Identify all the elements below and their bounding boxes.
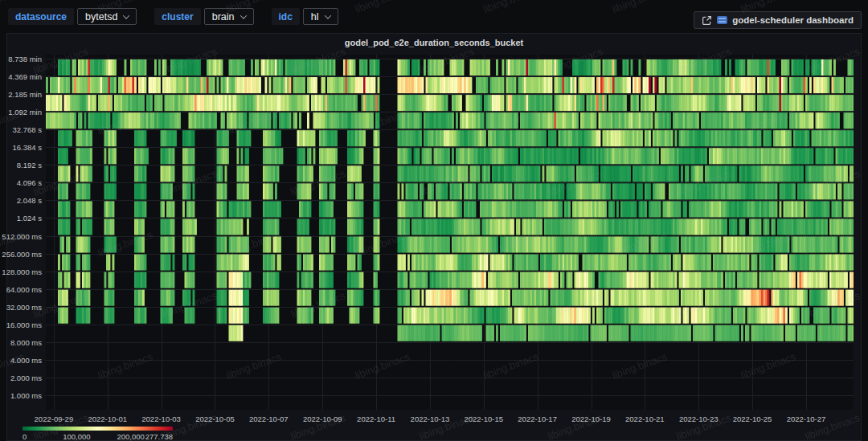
y-axis-label: 2.185 min bbox=[0, 90, 42, 99]
y-axis-label: 1.000 ms bbox=[0, 390, 42, 399]
y-axis-label: 32.000 ms bbox=[0, 302, 42, 311]
legend-tick-label: 0 bbox=[23, 432, 27, 441]
x-axis-label: 2022-10-05 bbox=[195, 414, 235, 423]
y-axis-label: 16.384 s bbox=[0, 143, 42, 152]
y-axis-label: 4.000 ms bbox=[0, 355, 42, 364]
variable-cluster-label: cluster bbox=[154, 8, 200, 25]
heatmap-canvas[interactable] bbox=[46, 55, 854, 410]
y-axis-label: 4.369 min bbox=[0, 72, 42, 81]
variables-toolbar: datasource bytetsd cluster brain idc hl bbox=[0, 0, 868, 33]
dashboard-link-label: godel-scheduler dashboard bbox=[732, 15, 854, 25]
y-axis-label: 512.000 ms bbox=[0, 231, 42, 240]
variable-datasource: datasource bytetsd bbox=[8, 8, 137, 25]
y-axis-label: 4.096 s bbox=[0, 178, 42, 187]
y-axis-label: 2.048 s bbox=[0, 196, 42, 205]
y-axis-label: 8.192 s bbox=[0, 161, 42, 169]
x-axis-label: 2022-10-21 bbox=[625, 414, 665, 423]
dashboard-link-button[interactable]: godel-scheduler dashboard bbox=[694, 11, 862, 29]
x-axis-label: 2022-10-27 bbox=[787, 414, 826, 423]
panel-title[interactable]: godel_pod_e2e_duration_seconds_bucket bbox=[7, 38, 861, 47]
variable-idc: idc hl bbox=[272, 8, 338, 25]
x-axis-label: 2022-10-01 bbox=[88, 414, 127, 423]
external-link-icon bbox=[702, 15, 712, 26]
y-axis-label: 32.768 s bbox=[0, 125, 42, 134]
variable-cluster: cluster brain bbox=[154, 8, 253, 25]
chevron-down-icon bbox=[240, 12, 246, 18]
variable-cluster-value: brain bbox=[212, 11, 235, 22]
chevron-down-icon bbox=[324, 12, 330, 18]
variable-datasource-value: bytetsd bbox=[85, 11, 117, 22]
legend-gradient-bar bbox=[23, 427, 173, 431]
variable-idc-select[interactable]: hl bbox=[303, 8, 338, 25]
legend-tick-label: 200,000 bbox=[117, 432, 144, 441]
x-axis-label: 2022-10-23 bbox=[679, 414, 719, 423]
x-axis-label: 2022-10-09 bbox=[303, 414, 342, 423]
variable-cluster-select[interactable]: brain bbox=[204, 8, 254, 25]
grafana-dashboard: datasource bytetsd cluster brain idc hl bbox=[0, 0, 868, 441]
legend-tick-label: 277.738 bbox=[145, 432, 173, 441]
variable-datasource-select[interactable]: bytetsd bbox=[77, 8, 137, 25]
y-axis-label: 256.000 ms bbox=[0, 249, 42, 258]
x-axis-label: 2022-10-19 bbox=[571, 414, 611, 423]
x-axis-label: 2022-10-07 bbox=[249, 414, 289, 423]
y-axis-label: 128.000 ms bbox=[0, 267, 42, 276]
y-axis-label: 1.092 min bbox=[0, 108, 42, 116]
y-axis-label: 1.024 s bbox=[0, 214, 42, 223]
dashboard-icon bbox=[717, 16, 727, 24]
variable-idc-value: hl bbox=[311, 11, 319, 22]
y-axis-label: 8.738 min bbox=[0, 55, 42, 63]
x-axis-label: 2022-10-25 bbox=[733, 414, 772, 423]
legend-tick-label: 100,000 bbox=[63, 432, 90, 441]
y-axis-label: 8.000 ms bbox=[0, 337, 42, 346]
chevron-down-icon bbox=[123, 12, 129, 18]
x-axis-label: 2022-10-15 bbox=[464, 414, 503, 423]
x-axis-label: 2022-09-29 bbox=[35, 414, 74, 423]
y-axis-label: 2.000 ms bbox=[0, 373, 42, 382]
variable-datasource-label: datasource bbox=[8, 8, 74, 25]
x-axis-label: 2022-10-11 bbox=[357, 414, 395, 423]
y-axis-label: 64.000 ms bbox=[0, 284, 42, 293]
variable-idc-label: idc bbox=[272, 8, 300, 25]
y-axis-label: 16.000 ms bbox=[0, 320, 42, 329]
x-axis-label: 2022-10-17 bbox=[518, 414, 557, 423]
x-axis-label: 2022-10-13 bbox=[411, 414, 450, 423]
x-axis-label: 2022-10-03 bbox=[141, 414, 181, 423]
